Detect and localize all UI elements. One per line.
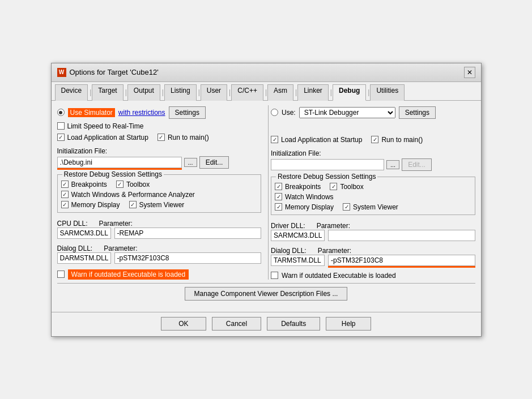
system-viewer-label-right: System Viewer <box>353 203 398 211</box>
tab-user[interactable]: User <box>201 84 227 101</box>
tab-output[interactable]: Output <box>127 84 160 101</box>
tab-listing[interactable]: Listing <box>164 84 197 101</box>
use-debugger-radio[interactable] <box>271 109 278 116</box>
driver-dll-param-input[interactable] <box>328 230 475 241</box>
use-simulator-label: Use Simulator <box>68 108 115 117</box>
system-viewer-checkbox-right[interactable] <box>343 203 350 211</box>
init-file-browse-right[interactable]: ... <box>386 160 399 169</box>
driver-dll-section: Driver DLL: Parameter: <box>271 222 475 241</box>
init-file-edit-right[interactable]: Edit... <box>402 158 432 171</box>
dialog-dll-section-right: Dialog DLL: Parameter: <box>271 247 475 266</box>
warn-checkbox-left[interactable] <box>57 271 65 278</box>
simulator-settings-button[interactable]: Settings <box>169 106 206 119</box>
load-app-checkbox-right[interactable] <box>271 136 278 143</box>
footer-buttons: OK Cancel Defaults Help <box>52 312 481 336</box>
breakpoints-label-left: Breakpoints <box>71 181 107 188</box>
two-column-layout: Use Simulator with restrictions Settings… <box>57 105 475 280</box>
tab-utilities[interactable]: Utilities <box>370 84 405 101</box>
run-to-main-row-left: Run to main() <box>158 134 209 141</box>
manage-btn-row: Manage Component Viewer Description File… <box>57 287 475 301</box>
dialog-dll-input-left[interactable] <box>57 252 111 264</box>
manage-component-button[interactable]: Manage Component Viewer Description File… <box>185 287 348 301</box>
debugger-settings-button[interactable]: Settings <box>399 106 436 119</box>
column-divider <box>268 105 269 280</box>
cpu-dll-inputs <box>57 228 262 239</box>
run-to-main-checkbox-right[interactable] <box>371 136 378 143</box>
breakpoints-checkbox-left[interactable] <box>61 181 69 188</box>
tab-target[interactable]: Target <box>92 84 123 101</box>
cpu-dll-label: CPU DLL: <box>57 220 88 228</box>
cpu-dll-param-input[interactable] <box>114 228 262 239</box>
dialog-dll-label-left: Dialog DLL: <box>57 244 93 252</box>
memory-display-checkbox-right[interactable] <box>275 203 282 211</box>
init-file-input-left[interactable] <box>57 157 182 168</box>
memory-display-label-right: Memory Display <box>285 203 334 211</box>
ok-button[interactable]: OK <box>161 317 206 331</box>
watch-windows-checkbox-right[interactable] <box>275 193 282 200</box>
system-viewer-checkbox-left[interactable] <box>129 201 137 208</box>
dialog-dll-inputs-right <box>271 255 475 266</box>
dialog-dll-param-label-left: Parameter: <box>104 244 137 252</box>
breakpoints-checkbox-right[interactable] <box>275 183 282 190</box>
tab-cpp[interactable]: C/C++ <box>231 84 263 101</box>
init-file-row-left: Initialization File: ... Edit... <box>57 147 262 169</box>
defaults-button[interactable]: Defaults <box>267 317 320 331</box>
debugger-select[interactable]: ST-Link Debugger <box>299 107 395 118</box>
watch-windows-row-left: Watch Windows & Performance Analyzer <box>61 191 258 199</box>
init-file-edit-left[interactable]: Edit... <box>199 156 229 169</box>
driver-dll-param-label: Parameter: <box>317 222 350 230</box>
breakpoints-toolbox-row-right: Breakpoints Toolbox <box>275 183 471 191</box>
restore-group-title-left: Restore Debug Session Settings <box>62 170 164 178</box>
dialog-dll-inputs-left <box>57 252 262 264</box>
load-app-checkbox-left[interactable] <box>57 134 65 141</box>
tab-device[interactable]: Device <box>55 84 88 101</box>
dialog-dll-param-input-left[interactable] <box>114 252 262 264</box>
help-button[interactable]: Help <box>326 317 371 331</box>
toolbox-checkbox-left[interactable] <box>116 181 124 188</box>
main-content: Use Simulator with restrictions Settings… <box>52 101 481 308</box>
toolbox-checkbox-right[interactable] <box>330 183 337 190</box>
title-bar-left: W Options for Target 'Cube12' <box>57 68 159 77</box>
warn-checkbox-right[interactable] <box>271 272 278 279</box>
breakpoints-toolbox-row-left: Breakpoints Toolbox <box>61 181 258 188</box>
run-to-main-label-right: Run to main() <box>381 136 423 144</box>
use-debugger-row: Use: ST-Link Debugger Settings <box>271 105 475 120</box>
init-file-browse-left[interactable]: ... <box>184 158 197 167</box>
cpu-dll-input[interactable] <box>57 228 111 239</box>
limit-speed-label: Limit Speed to Real-Time <box>67 122 144 130</box>
tab-debug[interactable]: Debug <box>333 84 366 101</box>
cpu-dll-section: CPU DLL: Parameter: <box>57 220 262 239</box>
close-button[interactable]: ✕ <box>464 67 475 78</box>
init-file-label-left: Initialization File: <box>57 147 262 155</box>
use-simulator-radio[interactable] <box>57 109 65 116</box>
use-label: Use: <box>282 109 296 117</box>
init-file-input-right[interactable] <box>271 159 384 170</box>
right-column: Use: ST-Link Debugger Settings Load Appl… <box>271 105 475 280</box>
restore-group-left: Restore Debug Session Settings Breakpoin… <box>57 174 262 213</box>
cancel-button[interactable]: Cancel <box>212 317 261 331</box>
tab-linker[interactable]: Linker <box>297 84 329 101</box>
dialog-dll-param-input-right[interactable] <box>328 255 475 266</box>
toolbox-label-left: Toolbox <box>126 181 150 188</box>
dialog-dll-param-label-right: Parameter: <box>318 247 351 255</box>
run-to-main-checkbox-left[interactable] <box>158 134 165 141</box>
left-column: Use Simulator with restrictions Settings… <box>57 105 262 280</box>
warn-label-left: Warn if outdated Executable is loaded <box>68 269 189 280</box>
init-file-input-row-right: ... Edit... <box>271 158 475 171</box>
tab-asm[interactable]: Asm <box>267 84 293 101</box>
init-file-input-row-left: ... Edit... <box>57 156 262 169</box>
toolbox-label-right: Toolbox <box>340 183 363 191</box>
title-bar: W Options for Target 'Cube12' ✕ <box>52 63 481 82</box>
init-file-row-right: Initialization File: ... Edit... <box>271 149 475 171</box>
memory-display-checkbox-left[interactable] <box>61 201 69 208</box>
memory-display-label-left: Memory Display <box>71 201 120 209</box>
with-restrictions-link[interactable]: with restrictions <box>118 109 165 117</box>
restore-group-content-right: Breakpoints Toolbox Watch Windows <box>275 183 471 211</box>
app-icon: W <box>57 68 66 77</box>
dialog-dll-input-right[interactable] <box>271 255 325 266</box>
watch-windows-row-right: Watch Windows <box>275 193 471 201</box>
driver-dll-inputs <box>271 230 475 241</box>
watch-windows-checkbox-left[interactable] <box>61 191 69 198</box>
driver-dll-input[interactable] <box>271 230 325 241</box>
limit-speed-checkbox[interactable] <box>57 122 65 130</box>
